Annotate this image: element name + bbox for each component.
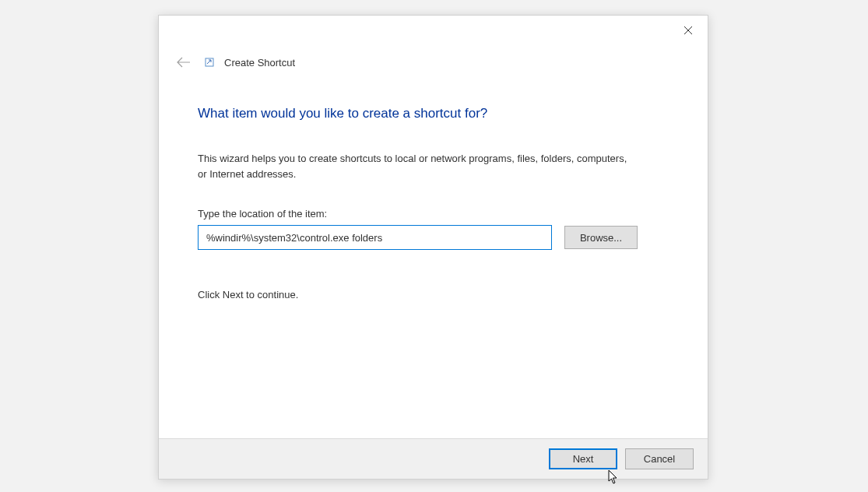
next-button[interactable]: Next (549, 448, 617, 469)
back-button[interactable] (174, 53, 193, 72)
titlebar (670, 16, 708, 44)
page-heading: What item would you like to create a sho… (198, 106, 676, 121)
browse-button[interactable]: Browse... (564, 226, 638, 249)
content-area: What item would you like to create a sho… (198, 106, 676, 300)
dialog-footer: Next Cancel (159, 438, 708, 479)
location-label: Type the location of the item: (198, 208, 676, 220)
shortcut-app-icon (204, 57, 215, 68)
description-text: This wizard helps you to create shortcut… (198, 151, 634, 181)
hint-text: Click Next to continue. (198, 289, 676, 300)
input-row: Browse... (198, 225, 676, 250)
location-input[interactable] (198, 225, 552, 250)
back-arrow-icon (176, 56, 192, 69)
close-button[interactable] (670, 18, 706, 43)
close-icon (684, 26, 693, 35)
cancel-button[interactable]: Cancel (625, 448, 694, 469)
wizard-title: Create Shortcut (224, 57, 295, 69)
nav-row: Create Shortcut (174, 53, 295, 72)
create-shortcut-dialog: Create Shortcut What item would you like… (158, 15, 708, 480)
